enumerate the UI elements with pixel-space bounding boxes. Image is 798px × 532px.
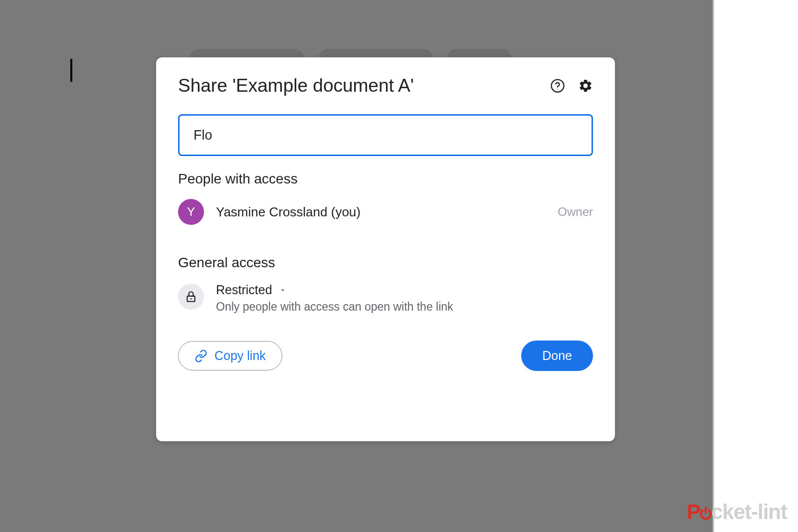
people-input-wrapper[interactable] [178, 114, 593, 156]
person-role: Owner [558, 205, 593, 219]
gear-icon[interactable] [578, 78, 593, 93]
help-icon[interactable] [550, 78, 565, 93]
person-name: Yasmine Crossland (you) [216, 204, 361, 220]
header-icons [550, 78, 593, 93]
right-panel [714, 0, 798, 532]
chevron-down-icon [279, 287, 286, 294]
add-people-input[interactable] [194, 128, 578, 143]
avatar: Y [178, 199, 204, 225]
access-level-dropdown[interactable]: Restricted [216, 283, 453, 297]
general-access-title: General access [178, 255, 593, 271]
svg-point-3 [191, 298, 192, 300]
access-info: Restricted Only people with access can o… [216, 283, 453, 314]
power-icon [699, 504, 712, 519]
share-dialog: Share 'Example document A' People with a… [156, 57, 615, 441]
watermark-suffix: cket-lint [711, 500, 787, 524]
done-button[interactable]: Done [521, 341, 593, 371]
copy-link-button[interactable]: Copy link [178, 341, 282, 370]
people-section-title: People with access [178, 171, 593, 187]
link-icon [195, 350, 207, 362]
watermark: P cket-lint [687, 500, 787, 524]
general-access-row: Restricted Only people with access can o… [178, 283, 593, 314]
watermark-prefix: P [687, 500, 700, 524]
dialog-header: Share 'Example document A' [178, 75, 593, 96]
person-left: Y Yasmine Crossland (you) [178, 199, 361, 225]
text-cursor [70, 59, 72, 82]
svg-point-0 [552, 80, 564, 92]
access-level-label: Restricted [216, 283, 272, 297]
dialog-footer: Copy link Done [178, 341, 593, 371]
access-description: Only people with access can open with th… [216, 300, 453, 314]
dialog-title: Share 'Example document A' [178, 75, 414, 96]
svg-point-1 [557, 89, 558, 90]
lock-icon [178, 284, 204, 310]
copy-link-label: Copy link [214, 349, 266, 363]
person-row: Y Yasmine Crossland (you) Owner [178, 199, 593, 225]
